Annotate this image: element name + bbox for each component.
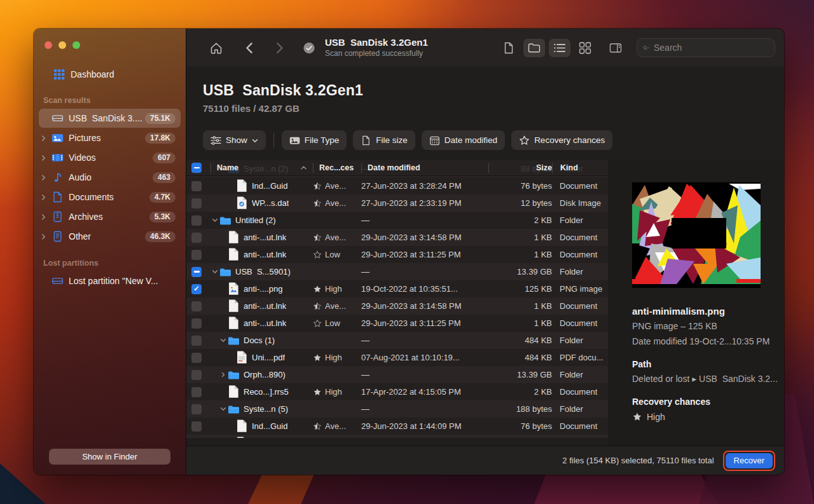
folder-icon (219, 215, 231, 226)
table-row[interactable]: Reco...].rrs5High17-Apr-2022 at 4:15:05 … (186, 383, 608, 400)
file-name-cell: WP...s.dat (210, 198, 313, 208)
file-view-button[interactable] (498, 39, 520, 57)
desktop-wallpaper: Dashboard Scan resultsUSB SanDisk 3....7… (0, 0, 814, 504)
star-half-icon (313, 422, 322, 431)
search-input[interactable] (654, 43, 769, 53)
column-header-name[interactable]: Name (210, 163, 313, 173)
chevron-right-icon[interactable] (41, 214, 50, 221)
table-row[interactable]: Docs (1)—484 KBFolder (186, 332, 608, 349)
chevron-down-icon[interactable] (219, 338, 228, 343)
sidebar-item-documents[interactable]: Documents4.7K (39, 187, 181, 207)
file-name: Ind...Guid (252, 421, 287, 431)
row-checkbox[interactable] (191, 215, 202, 226)
sidebar-item-videos[interactable]: Videos607 (39, 148, 181, 167)
recover-button[interactable]: Recover (726, 453, 773, 468)
sidebar-item-other[interactable]: Other46.3K (39, 227, 181, 246)
file-name: anti-...ut.lnk (244, 318, 286, 328)
size-cell: 1 KB (488, 318, 552, 328)
filesize-icon (361, 135, 371, 146)
preview-panel-button[interactable] (605, 39, 626, 57)
size-cell: 484 KB (488, 353, 552, 362)
chevron-down-icon[interactable] (210, 218, 219, 222)
sidebar-item-audio[interactable]: Audio463 (39, 168, 181, 187)
search-field[interactable] (637, 38, 775, 57)
row-checkbox[interactable] (191, 421, 202, 432)
column-header-rec-ces[interactable]: Rec...ces (313, 163, 361, 173)
star-half-icon (313, 182, 322, 191)
column-header-size[interactable]: Size (488, 163, 552, 173)
minimize-button[interactable] (59, 41, 66, 49)
table-row[interactable]: Untitled (2)—2 KBFolder (186, 212, 608, 229)
chevron-right-icon[interactable] (41, 154, 50, 161)
sidebar-item-label: Videos (69, 153, 153, 163)
chevron-right-icon[interactable] (41, 233, 50, 240)
table-row[interactable]: anti-...ut.lnkAve...29-Jun-2023 at 3:14:… (186, 229, 608, 246)
filter-file-type[interactable]: File Type (282, 130, 347, 150)
table-row[interactable]: Ind...GuidAve...29-Jun-2023 at 1:44:09 P… (186, 418, 608, 435)
sidebar-item-lost-partition-new-v[interactable]: Lost partition "New V... (39, 271, 181, 290)
chevron-down-icon[interactable] (210, 269, 219, 274)
chevron-right-icon[interactable] (41, 135, 50, 142)
forward-button[interactable] (273, 41, 287, 55)
chevron-down-icon[interactable] (219, 407, 228, 411)
table-row[interactable]: ✓anti-....pngHigh19-Oct-2022 at 10:35:51… (186, 280, 608, 297)
file-name-cell: anti-...ut.lnk (210, 250, 313, 260)
folder-view-button[interactable] (523, 39, 545, 57)
sidebar-item-pictures[interactable]: Pictures17.8K (39, 128, 181, 147)
sidebar-item-archives[interactable]: Archives5.3K (39, 207, 181, 226)
close-button[interactable] (45, 41, 52, 49)
folder-icon (527, 41, 541, 55)
table-row[interactable]: Ind...GuidAve...27-Jun-2023 at 3:28:24 P… (186, 177, 608, 194)
table-row[interactable]: USB S...5901)—13.39 GBFolder (186, 263, 608, 280)
show-in-finder-button[interactable]: Show in Finder (49, 449, 170, 465)
selection-summary: 2 files (154 KB) selected, 75110 files t… (562, 456, 714, 465)
filter-date-modified[interactable]: Date modified (422, 130, 505, 150)
folder-icon (228, 336, 239, 346)
row-checkbox[interactable] (191, 387, 202, 397)
row-checkbox[interactable] (191, 267, 202, 277)
filter-recovery-chances[interactable]: Recovery chances (511, 130, 612, 150)
file-name: anti-...ut.lnk (244, 250, 286, 259)
count-badge: 463 (153, 172, 176, 183)
row-checkbox[interactable] (191, 198, 202, 208)
row-checkbox[interactable] (191, 353, 202, 363)
table-row[interactable]: Orph...890)—13.39 GBFolder (186, 366, 608, 383)
row-checkbox[interactable] (191, 250, 202, 260)
row-checkbox[interactable] (191, 301, 202, 311)
row-checkbox[interactable]: ✓ (191, 284, 202, 294)
show-button[interactable]: Show (203, 130, 266, 150)
table-row[interactable]: anti-...ut.lnkLow29-Jun-2023 at 3:11:25 … (186, 315, 608, 332)
back-button[interactable] (242, 41, 256, 55)
row-checkbox[interactable] (191, 370, 202, 380)
table-row[interactable]: Uni....pdfHigh07-Aug-2021 at 10:10:19...… (186, 349, 608, 366)
table-row[interactable]: Syste...n (5)—188 bytesFolder (186, 400, 608, 418)
document-file-icon (228, 318, 239, 329)
row-checkbox[interactable] (191, 233, 202, 243)
row-checkbox[interactable] (191, 318, 202, 329)
filter-file-size[interactable]: File size (353, 130, 415, 150)
chevron-right-icon[interactable] (219, 372, 228, 378)
zoom-button[interactable] (72, 41, 80, 49)
row-checkbox[interactable] (191, 336, 202, 346)
videos-icon (52, 152, 64, 163)
chevron-right-icon[interactable] (41, 194, 50, 201)
table-rows: Syste...n (2)—88 bytesFolderInd...GuidAv… (186, 160, 608, 438)
column-header-date-modified[interactable]: Date modified (361, 163, 488, 173)
row-checkbox[interactable] (191, 181, 202, 191)
table-row[interactable]: anti-...ut.lnkAve...29-Jun-2023 at 3:14:… (186, 297, 608, 315)
table-row[interactable]: anti-...ut.lnkLow29-Jun-2023 at 3:11:25 … (186, 246, 608, 263)
sidebar-item-dashboard[interactable]: Dashboard (40, 65, 179, 83)
row-checkbox[interactable] (191, 404, 202, 414)
home-button[interactable] (209, 41, 223, 55)
chevron-right-icon[interactable] (41, 174, 50, 181)
table-row[interactable]: WP...s.datAve...27-Jun-2023 at 2:33:19 P… (186, 194, 608, 212)
page-title: USB SanDisk 3.2Gen1 (203, 82, 784, 99)
list-view-button[interactable] (549, 39, 570, 57)
table-row[interactable] (186, 435, 608, 438)
grid-view-button[interactable] (574, 39, 596, 57)
column-header-kind[interactable]: Kind (552, 163, 608, 173)
sidebar-item-usb-sandisk-3[interactable]: USB SanDisk 3....75.1K (39, 109, 181, 128)
folder-icon (228, 370, 239, 380)
file-name-cell: anti-...ut.lnk (210, 233, 313, 243)
select-all-checkbox[interactable] (191, 163, 202, 173)
